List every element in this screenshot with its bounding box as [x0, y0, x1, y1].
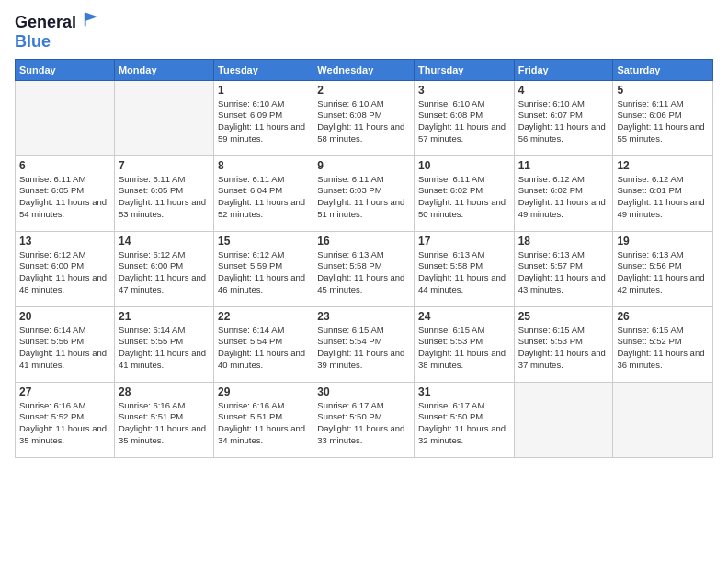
logo-flag-icon	[83, 11, 99, 28]
day-number: 1	[218, 84, 309, 97]
day-number: 4	[518, 84, 609, 97]
day-info: Sunrise: 6:15 AM Sunset: 5:54 PM Dayligh…	[317, 325, 410, 372]
weekday-header: Friday	[514, 59, 613, 80]
calendar-cell: 19Sunrise: 6:13 AM Sunset: 5:56 PM Dayli…	[613, 231, 713, 306]
calendar-cell: 10Sunrise: 6:11 AM Sunset: 6:02 PM Dayli…	[414, 155, 514, 231]
day-info: Sunrise: 6:14 AM Sunset: 5:55 PM Dayligh…	[119, 325, 210, 372]
day-number: 26	[617, 310, 709, 323]
calendar-cell: 14Sunrise: 6:12 AM Sunset: 6:00 PM Dayli…	[114, 231, 213, 306]
day-info: Sunrise: 6:13 AM Sunset: 5:57 PM Dayligh…	[518, 249, 609, 296]
day-number: 19	[617, 235, 709, 247]
calendar-cell: 28Sunrise: 6:16 AM Sunset: 5:51 PM Dayli…	[114, 382, 213, 457]
svg-marker-0	[85, 13, 97, 26]
page: General Blue SundayMondayTuesdayWednesda…	[0, 0, 728, 563]
weekday-header: Saturday	[613, 59, 713, 80]
calendar-cell: 22Sunrise: 6:14 AM Sunset: 5:54 PM Dayli…	[214, 306, 313, 382]
day-number: 23	[317, 310, 410, 323]
calendar-cell: 18Sunrise: 6:13 AM Sunset: 5:57 PM Dayli…	[514, 231, 613, 306]
calendar-cell: 9Sunrise: 6:11 AM Sunset: 6:03 PM Daylig…	[313, 155, 415, 231]
day-number: 11	[518, 159, 609, 172]
day-info: Sunrise: 6:13 AM Sunset: 5:58 PM Dayligh…	[418, 249, 510, 296]
day-number: 25	[518, 310, 609, 323]
logo-blue: Blue	[15, 33, 99, 50]
day-number: 10	[418, 159, 510, 172]
day-number: 8	[218, 159, 309, 172]
day-info: Sunrise: 6:12 AM Sunset: 6:00 PM Dayligh…	[19, 249, 110, 296]
day-number: 13	[19, 235, 110, 247]
weekday-header: Sunday	[16, 59, 115, 80]
calendar-cell: 13Sunrise: 6:12 AM Sunset: 6:00 PM Dayli…	[16, 231, 115, 306]
day-info: Sunrise: 6:17 AM Sunset: 5:50 PM Dayligh…	[418, 400, 510, 447]
day-info: Sunrise: 6:12 AM Sunset: 6:02 PM Dayligh…	[518, 174, 609, 221]
day-info: Sunrise: 6:11 AM Sunset: 6:05 PM Dayligh…	[19, 174, 110, 221]
day-info: Sunrise: 6:13 AM Sunset: 5:56 PM Dayligh…	[617, 249, 709, 296]
calendar-cell: 25Sunrise: 6:15 AM Sunset: 5:53 PM Dayli…	[514, 306, 613, 382]
day-info: Sunrise: 6:12 AM Sunset: 5:59 PM Dayligh…	[218, 249, 309, 296]
day-number: 16	[317, 235, 410, 247]
day-number: 28	[119, 385, 210, 398]
day-info: Sunrise: 6:16 AM Sunset: 5:51 PM Dayligh…	[218, 400, 309, 447]
day-number: 18	[518, 235, 609, 247]
calendar-week-row: 20Sunrise: 6:14 AM Sunset: 5:56 PM Dayli…	[16, 306, 713, 382]
day-info: Sunrise: 6:16 AM Sunset: 5:51 PM Dayligh…	[119, 400, 210, 447]
calendar-cell: 15Sunrise: 6:12 AM Sunset: 5:59 PM Dayli…	[214, 231, 313, 306]
calendar-cell	[16, 80, 115, 155]
weekday-header: Monday	[114, 59, 213, 80]
calendar-cell	[514, 382, 613, 457]
day-number: 20	[19, 310, 110, 323]
day-number: 17	[418, 235, 510, 247]
day-number: 29	[218, 385, 309, 398]
day-number: 22	[218, 310, 309, 323]
calendar-cell: 31Sunrise: 6:17 AM Sunset: 5:50 PM Dayli…	[414, 382, 514, 457]
day-number: 5	[617, 84, 709, 97]
logo: General Blue	[15, 11, 99, 50]
day-number: 14	[119, 235, 210, 247]
calendar-cell: 26Sunrise: 6:15 AM Sunset: 5:52 PM Dayli…	[613, 306, 713, 382]
day-info: Sunrise: 6:11 AM Sunset: 6:06 PM Dayligh…	[617, 98, 709, 145]
calendar-week-row: 1Sunrise: 6:10 AM Sunset: 6:09 PM Daylig…	[16, 80, 713, 155]
calendar-week-row: 6Sunrise: 6:11 AM Sunset: 6:05 PM Daylig…	[16, 155, 713, 231]
day-info: Sunrise: 6:12 AM Sunset: 6:00 PM Dayligh…	[119, 249, 210, 296]
calendar-cell: 4Sunrise: 6:10 AM Sunset: 6:07 PM Daylig…	[514, 80, 613, 155]
calendar-cell	[613, 382, 713, 457]
day-number: 21	[119, 310, 210, 323]
calendar-cell: 1Sunrise: 6:10 AM Sunset: 6:09 PM Daylig…	[214, 80, 313, 155]
weekday-header: Thursday	[414, 59, 514, 80]
day-info: Sunrise: 6:14 AM Sunset: 5:54 PM Dayligh…	[218, 325, 309, 372]
calendar-cell: 24Sunrise: 6:15 AM Sunset: 5:53 PM Dayli…	[414, 306, 514, 382]
calendar-cell: 12Sunrise: 6:12 AM Sunset: 6:01 PM Dayli…	[613, 155, 713, 231]
calendar-cell: 27Sunrise: 6:16 AM Sunset: 5:52 PM Dayli…	[16, 382, 115, 457]
day-info: Sunrise: 6:11 AM Sunset: 6:03 PM Dayligh…	[317, 174, 410, 221]
header: General Blue	[15, 11, 713, 50]
calendar-cell: 7Sunrise: 6:11 AM Sunset: 6:05 PM Daylig…	[114, 155, 213, 231]
calendar-cell: 17Sunrise: 6:13 AM Sunset: 5:58 PM Dayli…	[414, 231, 514, 306]
day-number: 31	[418, 385, 510, 398]
day-number: 2	[317, 84, 410, 97]
day-number: 3	[418, 84, 510, 97]
day-number: 15	[218, 235, 309, 247]
calendar-cell: 2Sunrise: 6:10 AM Sunset: 6:08 PM Daylig…	[313, 80, 415, 155]
day-number: 30	[317, 385, 410, 398]
calendar-cell: 3Sunrise: 6:10 AM Sunset: 6:08 PM Daylig…	[414, 80, 514, 155]
day-info: Sunrise: 6:12 AM Sunset: 6:01 PM Dayligh…	[617, 174, 709, 221]
calendar-cell: 11Sunrise: 6:12 AM Sunset: 6:02 PM Dayli…	[514, 155, 613, 231]
calendar-cell: 6Sunrise: 6:11 AM Sunset: 6:05 PM Daylig…	[16, 155, 115, 231]
day-info: Sunrise: 6:11 AM Sunset: 6:02 PM Dayligh…	[418, 174, 510, 221]
calendar-header-row: SundayMondayTuesdayWednesdayThursdayFrid…	[16, 59, 713, 80]
day-info: Sunrise: 6:14 AM Sunset: 5:56 PM Dayligh…	[19, 325, 110, 372]
calendar-week-row: 13Sunrise: 6:12 AM Sunset: 6:00 PM Dayli…	[16, 231, 713, 306]
weekday-header: Tuesday	[214, 59, 313, 80]
day-number: 9	[317, 159, 410, 172]
calendar-cell: 8Sunrise: 6:11 AM Sunset: 6:04 PM Daylig…	[214, 155, 313, 231]
calendar-cell: 16Sunrise: 6:13 AM Sunset: 5:58 PM Dayli…	[313, 231, 415, 306]
calendar-table: SundayMondayTuesdayWednesdayThursdayFrid…	[15, 59, 713, 458]
day-info: Sunrise: 6:11 AM Sunset: 6:04 PM Dayligh…	[218, 174, 309, 221]
day-info: Sunrise: 6:17 AM Sunset: 5:50 PM Dayligh…	[317, 400, 410, 447]
day-number: 12	[617, 159, 709, 172]
day-info: Sunrise: 6:16 AM Sunset: 5:52 PM Dayligh…	[19, 400, 110, 447]
day-number: 24	[418, 310, 510, 323]
day-info: Sunrise: 6:10 AM Sunset: 6:08 PM Dayligh…	[418, 98, 510, 145]
day-info: Sunrise: 6:10 AM Sunset: 6:08 PM Dayligh…	[317, 98, 410, 145]
day-info: Sunrise: 6:13 AM Sunset: 5:58 PM Dayligh…	[317, 249, 410, 296]
day-number: 6	[19, 159, 110, 172]
